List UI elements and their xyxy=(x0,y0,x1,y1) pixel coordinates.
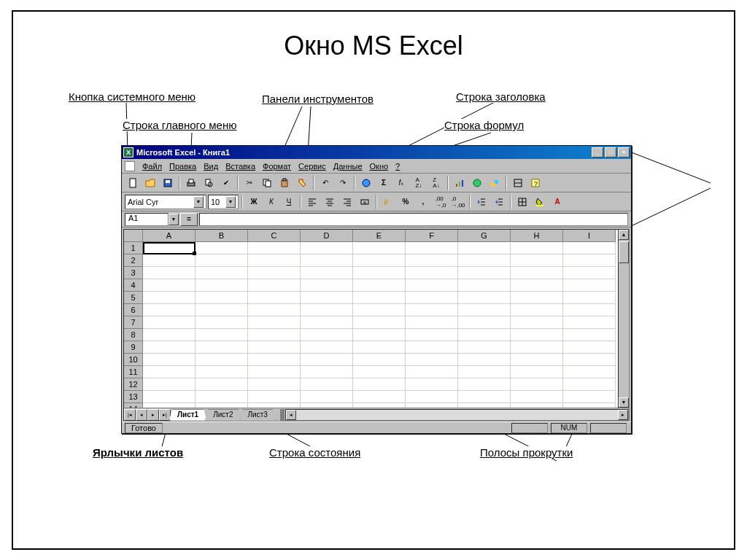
row-header[interactable]: 12 xyxy=(124,378,143,391)
cell[interactable] xyxy=(196,329,248,341)
sheet-tab-1[interactable]: Лист1 xyxy=(169,409,206,421)
column-header[interactable]: D xyxy=(301,230,353,242)
cell[interactable] xyxy=(248,329,301,341)
cell[interactable] xyxy=(248,304,301,316)
row-header[interactable]: 11 xyxy=(124,366,143,378)
cell[interactable] xyxy=(511,366,563,378)
cell[interactable] xyxy=(248,354,301,366)
cell[interactable] xyxy=(248,403,301,408)
cell[interactable] xyxy=(563,329,616,341)
cell[interactable] xyxy=(196,254,248,267)
dropdown-icon[interactable]: ▼ xyxy=(225,196,236,208)
cell[interactable] xyxy=(458,267,511,279)
cell[interactable] xyxy=(248,254,301,267)
cell[interactable] xyxy=(511,316,563,329)
title-bar[interactable]: X Microsoft Excel - Книга1 _ □ × xyxy=(122,146,631,159)
tab-next-icon[interactable]: ▸ xyxy=(147,409,159,421)
cell[interactable] xyxy=(248,242,301,254)
function-icon[interactable]: fₓ xyxy=(393,175,409,190)
tab-splitter[interactable] xyxy=(280,409,285,421)
cell[interactable] xyxy=(458,391,511,403)
borders-icon[interactable] xyxy=(514,194,530,209)
row-header[interactable]: 14 xyxy=(124,403,143,408)
cell[interactable] xyxy=(301,316,353,329)
cell[interactable] xyxy=(196,366,248,378)
save-icon[interactable] xyxy=(160,175,176,190)
tab-first-icon[interactable]: |◂ xyxy=(124,409,136,421)
row-header[interactable]: 5 xyxy=(124,292,143,304)
cell[interactable] xyxy=(353,391,406,403)
vertical-scrollbar[interactable]: ▲ ▼ xyxy=(618,229,630,408)
font-size-combo[interactable]: 10 ▼ xyxy=(208,195,239,209)
cell[interactable] xyxy=(353,316,406,329)
print-icon[interactable] xyxy=(183,175,199,190)
row-header[interactable]: 7 xyxy=(124,316,143,329)
cell[interactable] xyxy=(143,316,196,329)
scroll-up-icon[interactable]: ▲ xyxy=(619,230,629,240)
cell[interactable] xyxy=(511,341,563,354)
column-header[interactable]: A xyxy=(143,230,196,242)
cell[interactable] xyxy=(353,403,406,408)
cell[interactable] xyxy=(143,292,196,304)
map-icon[interactable] xyxy=(469,175,485,190)
cell[interactable] xyxy=(511,403,563,408)
cell[interactable] xyxy=(301,391,353,403)
cell[interactable] xyxy=(563,279,616,292)
hyperlink-icon[interactable] xyxy=(358,175,374,190)
cell[interactable] xyxy=(143,304,196,316)
row-header[interactable]: 13 xyxy=(124,391,143,403)
cell[interactable] xyxy=(458,316,511,329)
menu-format[interactable]: Формат xyxy=(260,161,294,171)
cell[interactable] xyxy=(301,341,353,354)
increase-indent-icon[interactable] xyxy=(491,194,507,209)
cell[interactable] xyxy=(196,403,248,408)
cell[interactable] xyxy=(511,304,563,316)
bold-icon[interactable]: Ж xyxy=(246,194,262,209)
row-header[interactable]: 3 xyxy=(124,267,143,279)
cell[interactable] xyxy=(301,403,353,408)
cell[interactable] xyxy=(143,354,196,366)
cell[interactable] xyxy=(353,329,406,341)
cell[interactable] xyxy=(406,354,458,366)
cell[interactable] xyxy=(458,242,511,254)
cell[interactable] xyxy=(248,391,301,403)
cell[interactable] xyxy=(248,267,301,279)
row-header[interactable]: 4 xyxy=(124,279,143,292)
cut-icon[interactable]: ✂ xyxy=(241,175,258,190)
row-header[interactable]: 6 xyxy=(124,304,143,316)
cell[interactable] xyxy=(248,292,301,304)
column-header[interactable]: H xyxy=(511,230,563,242)
cell[interactable] xyxy=(353,267,406,279)
cell[interactable] xyxy=(301,267,353,279)
cell[interactable] xyxy=(301,366,353,378)
cell[interactable] xyxy=(196,354,248,366)
cell[interactable] xyxy=(301,354,353,366)
cell[interactable] xyxy=(406,391,458,403)
cell[interactable] xyxy=(458,378,511,391)
scroll-thumb[interactable] xyxy=(619,241,629,263)
sort-asc-icon[interactable]: AZ↓ xyxy=(411,175,427,190)
menu-edit[interactable]: Правка xyxy=(166,161,199,171)
cell[interactable] xyxy=(406,329,458,341)
cell[interactable] xyxy=(511,242,563,254)
cell[interactable] xyxy=(143,403,196,408)
cell[interactable] xyxy=(248,341,301,354)
cell[interactable] xyxy=(406,366,458,378)
minimize-button[interactable]: _ xyxy=(592,147,603,158)
cell[interactable] xyxy=(406,267,458,279)
comma-icon[interactable]: , xyxy=(415,194,431,209)
scroll-down-icon[interactable]: ▼ xyxy=(619,397,629,408)
cell[interactable] xyxy=(196,242,248,254)
dropdown-icon[interactable]: ▼ xyxy=(169,214,179,225)
cell[interactable] xyxy=(406,292,458,304)
cell[interactable] xyxy=(458,279,511,292)
name-box[interactable]: A1 ▼ xyxy=(125,213,179,226)
currency-icon[interactable]: ₽ xyxy=(380,194,396,209)
cell[interactable] xyxy=(563,341,616,354)
select-all-corner[interactable] xyxy=(124,230,143,242)
cell[interactable] xyxy=(406,378,458,391)
cell[interactable] xyxy=(563,292,616,304)
row-header[interactable]: 9 xyxy=(124,341,143,354)
cell[interactable] xyxy=(353,279,406,292)
cell[interactable] xyxy=(143,329,196,341)
